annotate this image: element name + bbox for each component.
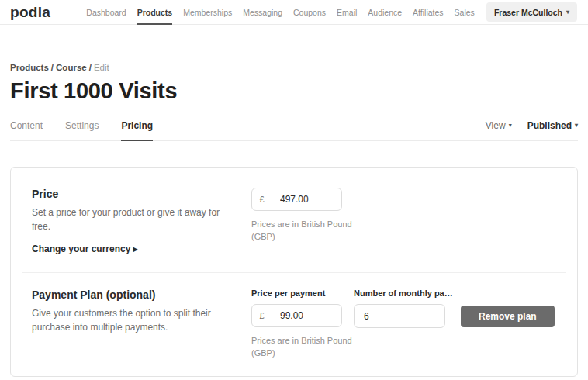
tab-settings[interactable]: Settings <box>65 120 99 140</box>
remove-plan-button[interactable]: Remove plan <box>461 306 555 327</box>
breadcrumb-separator: / <box>51 63 54 72</box>
price-description: Set a price for your product or give it … <box>32 206 240 233</box>
nav-item-memberships[interactable]: Memberships <box>183 0 232 25</box>
breadcrumb: Products/Course/Edit <box>10 63 578 72</box>
monthly-payments-input[interactable] <box>354 304 445 328</box>
payment-plan-fields: Price per payment £ Prices are in Britis… <box>251 288 555 359</box>
arrow-right-icon: ▶ <box>133 246 137 253</box>
payment-plan-info: Payment Plan (optional) Give your custom… <box>32 288 251 359</box>
helper-line: (GBP) <box>251 230 352 243</box>
account-name: Fraser McCulloch <box>494 8 562 17</box>
price-input[interactable] <box>272 188 341 210</box>
price-input-group: £ <box>251 188 342 211</box>
nav-item-email[interactable]: Email <box>337 0 357 25</box>
published-dropdown-button[interactable]: Published ▾ <box>527 120 578 131</box>
price-per-payment-label: Price per payment <box>251 288 342 298</box>
breadcrumb-separator: / <box>89 63 92 72</box>
main-nav: Dashboard Products Memberships Messaging… <box>75 0 475 25</box>
price-section: Price Set a price for your product or gi… <box>11 168 577 272</box>
currency-prefix: £ <box>252 305 272 326</box>
nav-item-products[interactable]: Products <box>137 0 173 25</box>
breadcrumb-course[interactable]: Course <box>56 63 87 72</box>
chevron-down-icon: ▾ <box>509 123 512 129</box>
account-menu-button[interactable]: Fraser McCulloch ▾ <box>486 2 577 22</box>
nav-item-audience[interactable]: Audience <box>368 0 402 25</box>
helper-line: (GBP) <box>251 347 342 359</box>
helper-line: Prices are in British Pound <box>251 218 352 230</box>
tab-actions: View ▾ Published ▾ <box>486 120 578 140</box>
breadcrumb-edit: Edit <box>94 63 109 72</box>
published-dropdown-label: Published <box>527 120 572 131</box>
page-title: First 1000 Visits <box>10 78 578 104</box>
page-content: Products/Course/Edit First 1000 Visits C… <box>0 63 588 377</box>
chevron-down-icon: ▾ <box>566 9 569 16</box>
price-per-payment-input[interactable] <box>272 305 341 326</box>
payment-plan-section: Payment Plan (optional) Give your custom… <box>11 273 577 376</box>
tab-bar: Content Settings Pricing View ▾ Publishe… <box>10 120 578 141</box>
view-dropdown-label: View <box>486 120 506 131</box>
helper-line: Prices are in British Pound <box>251 334 342 347</box>
tab-content[interactable]: Content <box>10 120 43 140</box>
payment-helper-text: Prices are in British Pound (GBP) <box>251 334 342 359</box>
payment-plan-heading: Payment Plan (optional) <box>32 288 251 301</box>
tab-pricing[interactable]: Pricing <box>121 120 153 140</box>
pricing-card: Price Set a price for your product or gi… <box>10 167 578 377</box>
change-currency-label: Change your currency <box>32 244 130 254</box>
view-dropdown-button[interactable]: View ▾ <box>486 120 512 131</box>
price-per-payment-input-group: £ <box>251 304 342 327</box>
payment-plan-description: Give your customers the option to split … <box>32 306 240 334</box>
nav-item-sales[interactable]: Sales <box>455 0 475 25</box>
breadcrumb-products[interactable]: Products <box>10 63 49 72</box>
price-helper-text: Prices are in British Pound (GBP) <box>251 218 352 243</box>
nav-item-messaging[interactable]: Messaging <box>243 0 282 25</box>
top-header: podia Dashboard Products Memberships Mes… <box>0 0 588 25</box>
change-currency-link[interactable]: Change your currency ▶ <box>32 244 138 254</box>
price-input-column: £ Prices are in British Pound (GBP) <box>251 188 352 255</box>
price-heading: Price <box>32 188 251 200</box>
monthly-payments-field: Number of monthly paym… <box>354 288 456 328</box>
currency-prefix: £ <box>252 188 272 210</box>
nav-item-coupons[interactable]: Coupons <box>293 0 326 25</box>
monthly-payments-label: Number of monthly paym… <box>354 288 456 298</box>
nav-item-dashboard[interactable]: Dashboard <box>86 0 126 25</box>
chevron-down-icon: ▾ <box>575 123 578 129</box>
nav-item-affiliates[interactable]: Affiliates <box>413 0 444 25</box>
price-section-info: Price Set a price for your product or gi… <box>32 188 251 255</box>
podia-logo[interactable]: podia <box>10 4 50 21</box>
price-per-payment-field: Price per payment £ Prices are in Britis… <box>251 288 342 359</box>
